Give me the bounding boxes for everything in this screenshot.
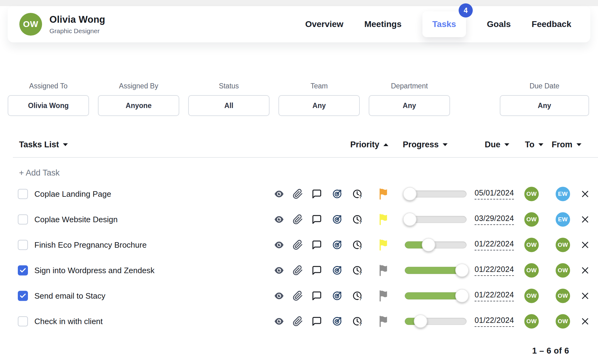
priority-flag-icon[interactable]: [378, 316, 389, 327]
filter-department-select[interactable]: Any: [369, 95, 450, 116]
progress-slider[interactable]: [405, 241, 467, 248]
assigner-avatar[interactable]: OW: [556, 263, 570, 277]
progress-slider[interactable]: [405, 318, 467, 325]
progress-slider[interactable]: [405, 292, 467, 299]
comment-icon[interactable]: [311, 265, 323, 276]
goal-icon[interactable]: [331, 214, 343, 225]
priority-flag-icon[interactable]: [378, 290, 389, 302]
assignee-avatar[interactable]: OW: [524, 288, 539, 303]
priority-flag-icon[interactable]: [378, 265, 389, 276]
eye-icon[interactable]: [273, 239, 285, 251]
assigner-avatar[interactable]: OW: [556, 314, 570, 328]
task-checkbox[interactable]: [18, 265, 28, 275]
due-date[interactable]: 01/22/2024: [475, 316, 514, 327]
progress-slider[interactable]: [405, 267, 467, 274]
goal-icon[interactable]: [331, 316, 343, 327]
goal-icon[interactable]: [331, 239, 343, 251]
column-header-priority[interactable]: Priority: [350, 140, 388, 149]
due-date[interactable]: 05/01/2024: [475, 188, 514, 199]
filter-due-date: Due DateAny: [500, 77, 589, 116]
progress-slider-thumb[interactable]: [403, 187, 417, 201]
filter-due-date-select[interactable]: Any: [500, 95, 589, 116]
progress-slider-thumb[interactable]: [455, 264, 469, 277]
tab-overview[interactable]: Overview: [305, 19, 344, 29]
column-header-due[interactable]: Due: [485, 140, 509, 149]
due-date[interactable]: 03/29/2024: [475, 214, 514, 225]
delete-task-icon[interactable]: [580, 215, 590, 224]
priority-flag-icon[interactable]: [378, 239, 389, 251]
time-question-icon[interactable]: ?: [351, 214, 363, 225]
due-date[interactable]: 01/22/2024: [475, 265, 514, 276]
delete-task-icon[interactable]: [580, 189, 590, 199]
tab-feedback[interactable]: Feedback: [532, 19, 571, 29]
delete-task-icon[interactable]: [580, 316, 590, 326]
comment-icon[interactable]: [311, 188, 323, 200]
comment-icon[interactable]: [311, 239, 323, 251]
assigner-avatar[interactable]: EW: [556, 187, 570, 201]
filter-team-select[interactable]: Any: [278, 95, 360, 116]
time-question-icon[interactable]: ?: [351, 316, 363, 327]
time-question-icon[interactable]: ?: [351, 188, 363, 200]
progress-slider-thumb[interactable]: [422, 238, 435, 252]
progress-slider-thumb[interactable]: [403, 213, 417, 226]
attachment-icon[interactable]: [292, 265, 304, 276]
goal-icon[interactable]: [331, 290, 343, 302]
progress-slider[interactable]: [405, 190, 467, 197]
assigner-avatar[interactable]: OW: [556, 288, 570, 303]
time-question-icon[interactable]: ?: [351, 290, 363, 302]
goal-icon[interactable]: [331, 188, 343, 200]
eye-icon[interactable]: [273, 290, 285, 302]
tasks-list-dropdown[interactable]: Tasks List: [19, 140, 68, 149]
attachment-icon[interactable]: [292, 290, 304, 302]
task-checkbox[interactable]: [18, 214, 28, 224]
assigner-avatar[interactable]: OW: [556, 238, 570, 252]
assignee-avatar[interactable]: OW: [524, 187, 539, 201]
column-header-to[interactable]: To: [525, 140, 543, 149]
eye-icon[interactable]: [273, 214, 285, 225]
assigner-avatar[interactable]: EW: [556, 212, 570, 227]
delete-task-icon[interactable]: [580, 265, 590, 275]
tab-tasks[interactable]: Tasks4: [422, 11, 466, 37]
attachment-icon[interactable]: [292, 214, 304, 225]
assignee-avatar[interactable]: OW: [524, 314, 539, 328]
eye-icon[interactable]: [273, 316, 285, 327]
task-checkbox[interactable]: [18, 189, 28, 199]
goal-icon[interactable]: [331, 265, 343, 276]
tab-goals[interactable]: Goals: [487, 19, 511, 29]
comment-icon[interactable]: [311, 214, 323, 225]
assignee-avatar[interactable]: OW: [524, 238, 539, 252]
priority-flag-icon[interactable]: [378, 188, 389, 200]
tab-meetings[interactable]: Meetings: [364, 19, 402, 29]
attachment-icon[interactable]: [292, 188, 304, 200]
delete-task-icon[interactable]: [580, 291, 590, 301]
column-header-to-label: To: [525, 140, 534, 149]
task-checkbox[interactable]: [18, 240, 28, 250]
progress-slider-thumb[interactable]: [414, 315, 427, 328]
priority-flag-icon[interactable]: [378, 214, 389, 225]
time-question-icon[interactable]: ?: [351, 265, 363, 276]
profile-header-card: OW Olivia Wong Graphic Designer Overview…: [8, 6, 590, 42]
due-date[interactable]: 01/22/2024: [475, 239, 514, 250]
eye-icon[interactable]: [273, 188, 285, 200]
assignee-avatar[interactable]: OW: [524, 263, 539, 277]
task-checkbox[interactable]: [18, 316, 28, 326]
add-task-button[interactable]: + Add Task: [19, 168, 60, 178]
due-date[interactable]: 01/22/2024: [475, 290, 514, 301]
filter-assigned-to-select[interactable]: Olivia Wong: [8, 95, 89, 116]
time-question-icon[interactable]: ?: [351, 239, 363, 251]
attachment-icon[interactable]: [292, 239, 304, 251]
progress-slider[interactable]: [405, 216, 467, 223]
eye-icon[interactable]: [273, 265, 285, 276]
task-checkbox[interactable]: [18, 291, 28, 301]
chevron-down-icon: [443, 143, 448, 146]
assignee-avatar[interactable]: OW: [524, 212, 539, 227]
filter-assigned-by-select[interactable]: Anyone: [98, 95, 179, 116]
progress-slider-thumb[interactable]: [455, 289, 469, 303]
attachment-icon[interactable]: [292, 316, 304, 327]
comment-icon[interactable]: [311, 316, 323, 327]
column-header-from[interactable]: From: [552, 140, 581, 149]
delete-task-icon[interactable]: [580, 240, 590, 250]
filter-status-select[interactable]: All: [188, 95, 270, 116]
column-header-progress[interactable]: Progress: [403, 140, 448, 149]
comment-icon[interactable]: [311, 290, 323, 302]
